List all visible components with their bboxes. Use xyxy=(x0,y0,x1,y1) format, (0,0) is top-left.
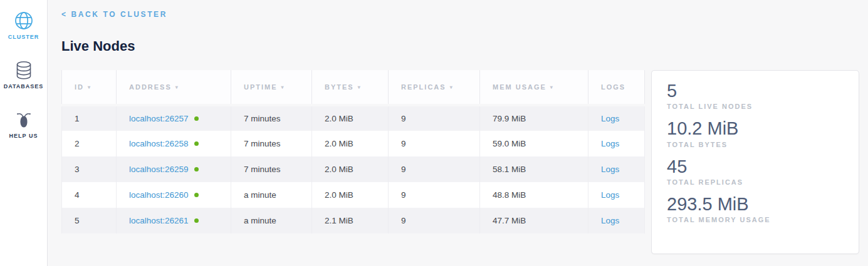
node-bytes-cell: 2.0 MiB xyxy=(312,156,389,182)
node-id-cell: 4 xyxy=(62,182,117,208)
column-header-id[interactable]: ID▾ xyxy=(62,70,117,105)
stat-total-bytes: 10.2 MiB TOTAL BYTES xyxy=(667,118,844,148)
stat-total-replicas: 45 TOTAL REPLICAS xyxy=(667,156,844,186)
node-uptime-cell: 7 minutes xyxy=(231,156,312,182)
column-header-uptime[interactable]: UPTIME▾ xyxy=(231,70,312,105)
live-nodes-table: ID▾ ADDRESS▾ UPTIME▾ BYTES▾ REPLICAS▾ ME… xyxy=(61,70,645,233)
table-row: 1 localhost:26257 7 minutes 2.0 MiB 9 79… xyxy=(62,105,645,131)
sort-arrow-icon: ▾ xyxy=(450,84,454,90)
bug-icon xyxy=(14,109,33,130)
node-id-cell: 5 xyxy=(62,208,117,233)
node-mem-usage-cell: 47.7 MiB xyxy=(480,208,588,233)
node-bytes-cell: 2.1 MiB xyxy=(312,208,389,233)
column-header-logs: LOGS xyxy=(588,70,645,105)
node-uptime-cell: a minute xyxy=(231,208,312,233)
sidebar-item-label: DATABASES xyxy=(4,83,44,90)
table-header-row: ID▾ ADDRESS▾ UPTIME▾ BYTES▾ REPLICAS▾ ME… xyxy=(62,70,645,105)
node-mem-usage-cell: 79.9 MiB xyxy=(480,105,588,131)
node-logs-link[interactable]: Logs xyxy=(601,216,619,225)
sidebar-item-help-us[interactable]: HELP US xyxy=(0,109,47,139)
node-uptime-cell: a minute xyxy=(231,182,312,208)
node-replicas-cell: 9 xyxy=(389,105,480,131)
sort-arrow-icon: ▾ xyxy=(88,84,92,90)
column-header-mem-usage[interactable]: MEM USAGE▾ xyxy=(480,70,588,105)
node-address-link[interactable]: localhost:26257 xyxy=(129,114,189,123)
table-row: 3 localhost:26259 7 minutes 2.0 MiB 9 58… xyxy=(62,156,645,182)
node-bytes-cell: 2.0 MiB xyxy=(312,105,389,131)
sidebar-item-label: CLUSTER xyxy=(8,34,39,40)
stat-label: TOTAL MEMORY USAGE xyxy=(667,216,844,223)
node-uptime-cell: 7 minutes xyxy=(231,131,312,156)
node-address-link[interactable]: localhost:26259 xyxy=(129,165,189,174)
node-live-status-icon xyxy=(194,193,199,197)
main-content: < BACK TO CLUSTER Live Nodes ID▾ ADDRESS… xyxy=(48,0,868,266)
node-address-cell: localhost:26258 xyxy=(117,131,231,156)
globe-icon xyxy=(14,10,34,31)
column-header-bytes[interactable]: BYTES▾ xyxy=(312,70,389,105)
sort-arrow-icon: ▾ xyxy=(550,84,554,90)
sort-arrow-icon: ▾ xyxy=(175,84,179,90)
table-row: 5 localhost:26261 a minute 2.1 MiB 9 47.… xyxy=(62,208,645,233)
page-title: Live Nodes xyxy=(61,38,868,54)
stat-label: TOTAL REPLICAS xyxy=(667,178,844,186)
node-replicas-cell: 9 xyxy=(389,156,480,182)
node-live-status-icon xyxy=(194,141,199,146)
node-logs-link[interactable]: Logs xyxy=(601,190,619,200)
node-address-cell: localhost:26260 xyxy=(117,182,231,208)
node-uptime-cell: 7 minutes xyxy=(231,105,312,131)
node-logs-cell: Logs xyxy=(588,105,645,131)
node-logs-cell: Logs xyxy=(588,156,645,182)
stat-value: 45 xyxy=(667,156,844,177)
stat-label: TOTAL LIVE NODES xyxy=(667,103,844,110)
column-header-address[interactable]: ADDRESS▾ xyxy=(117,70,231,105)
node-bytes-cell: 2.0 MiB xyxy=(312,182,389,208)
back-to-cluster-link[interactable]: < BACK TO CLUSTER xyxy=(61,10,167,19)
node-id-cell: 3 xyxy=(62,156,117,182)
sort-arrow-icon: ▾ xyxy=(358,84,362,90)
stat-label: TOTAL BYTES xyxy=(667,141,844,148)
sidebar-item-cluster[interactable]: CLUSTER xyxy=(0,10,47,40)
stat-total-live-nodes: 5 TOTAL LIVE NODES xyxy=(667,81,844,110)
stat-value: 5 xyxy=(667,81,844,101)
sidebar-item-databases[interactable]: DATABASES xyxy=(0,59,47,90)
sidebar: CLUSTER DATABASES HELP US xyxy=(0,0,48,266)
node-live-status-icon xyxy=(194,116,199,121)
node-logs-link[interactable]: Logs xyxy=(601,165,619,174)
stat-value: 293.5 MiB xyxy=(667,194,844,215)
node-live-status-icon xyxy=(194,167,199,171)
node-logs-link[interactable]: Logs xyxy=(601,139,619,148)
node-replicas-cell: 9 xyxy=(389,208,480,233)
node-mem-usage-cell: 58.1 MiB xyxy=(480,156,588,182)
node-id-cell: 2 xyxy=(62,131,117,156)
node-logs-link[interactable]: Logs xyxy=(601,114,619,123)
node-mem-usage-cell: 48.8 MiB xyxy=(480,182,588,208)
stat-total-memory-usage: 293.5 MiB TOTAL MEMORY USAGE xyxy=(667,194,844,223)
database-icon xyxy=(15,59,33,81)
stat-value: 10.2 MiB xyxy=(667,118,844,139)
node-logs-cell: Logs xyxy=(588,182,645,208)
sort-arrow-icon: ▾ xyxy=(281,84,285,90)
node-live-status-icon xyxy=(194,218,199,223)
node-address-cell: localhost:26259 xyxy=(117,156,231,182)
node-replicas-cell: 9 xyxy=(389,131,480,156)
table-row: 2 localhost:26258 7 minutes 2.0 MiB 9 59… xyxy=(62,131,645,156)
table-row: 4 localhost:26260 a minute 2.0 MiB 9 48.… xyxy=(62,182,645,208)
column-header-replicas[interactable]: REPLICAS▾ xyxy=(389,70,480,105)
node-logs-cell: Logs xyxy=(588,131,645,156)
node-replicas-cell: 9 xyxy=(389,182,480,208)
node-bytes-cell: 2.0 MiB xyxy=(312,131,389,156)
node-address-link[interactable]: localhost:26260 xyxy=(129,190,189,200)
node-address-link[interactable]: localhost:26258 xyxy=(129,139,189,148)
node-address-cell: localhost:26257 xyxy=(117,105,231,131)
node-address-link[interactable]: localhost:26261 xyxy=(129,216,189,225)
node-address-cell: localhost:26261 xyxy=(117,208,231,233)
cluster-summary-panel: 5 TOTAL LIVE NODES 10.2 MiB TOTAL BYTES … xyxy=(651,70,859,254)
node-logs-cell: Logs xyxy=(588,208,645,233)
node-mem-usage-cell: 59.0 MiB xyxy=(480,131,588,156)
node-id-cell: 1 xyxy=(62,105,117,131)
sidebar-item-label: HELP US xyxy=(9,133,38,139)
